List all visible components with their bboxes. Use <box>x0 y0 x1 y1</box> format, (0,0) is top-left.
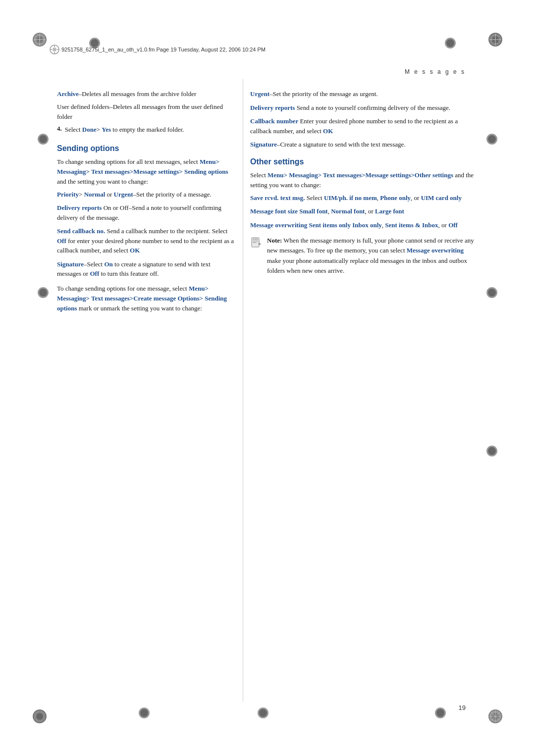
step-4-text: Select Done> Yes to empty the marked fol… <box>65 125 184 135</box>
step-4: 4. Select Done> Yes to empty the marked … <box>57 125 235 138</box>
overwriting-label: Message overwriting <box>250 221 307 229</box>
urgent-label: Urgent <box>250 90 269 98</box>
priority-urgent: Urgent <box>114 191 133 198</box>
setting-priority: Priority> Normal or Urgent–Set the prior… <box>57 190 235 200</box>
left-column: Archive–Deletes all messages from the ar… <box>57 79 235 702</box>
setting-urgent: Urgent–Set the priority of the message a… <box>250 89 478 99</box>
signature-label-left: Signature <box>57 260 84 268</box>
edge-decoration-top-right <box>445 38 456 49</box>
svg-rect-25 <box>253 242 257 243</box>
setting-signature: Signature–Select On to create a signatur… <box>57 259 235 279</box>
archive-block: Archive–Deletes all messages from the ar… <box>57 89 235 138</box>
edge-decoration-bottom-right <box>435 707 446 718</box>
signature-label-right: Signature <box>250 141 277 148</box>
callback-number-label: Callback number <box>250 117 298 125</box>
priority-normal: Normal <box>84 191 106 198</box>
page-number: 19 <box>459 704 466 711</box>
priority-label: Priority <box>57 191 79 198</box>
svg-point-9 <box>36 713 43 720</box>
svg-rect-23 <box>253 239 258 240</box>
step-number: 4. <box>57 125 62 138</box>
edge-decoration-right-bot <box>486 446 497 456</box>
note-content: Note: When the message memory is full, y… <box>267 236 478 276</box>
other-settings-intro: Select Menu> Messaging> Text messages>Me… <box>250 170 478 190</box>
main-content: Archive–Deletes all messages from the ar… <box>57 79 478 702</box>
filename-bar: 9251758_6275i_1_en_au_oth_v1.0.fm Page 1… <box>50 45 266 54</box>
note-box: Note: When the message memory is full, y… <box>250 236 478 276</box>
setting-send-callback: Send callback no. Send a callback number… <box>57 226 235 255</box>
archive-text: Archive–Deletes all messages from the ar… <box>57 89 235 99</box>
sending-options-heading: Sending options <box>57 144 235 153</box>
svg-point-17 <box>53 48 56 51</box>
user-defined-text: User defined folders–Deletes all message… <box>57 102 235 122</box>
edge-decoration-bottom-left <box>139 707 150 718</box>
filename-text: 9251758_6275i_1_en_au_oth_v1.0.fm Page 1… <box>61 47 266 52</box>
sending-options-intro: To change sending options for all text m… <box>57 157 235 187</box>
edge-decoration-left-mid <box>38 287 49 298</box>
setting-delivery-reports-right: Delivery reports Send a note to yourself… <box>250 103 478 113</box>
setting-overwriting: Message overwriting Sent items only Inbo… <box>250 220 478 230</box>
archive-label: Archive <box>57 90 79 98</box>
setting-font-size: Message font size Small font, Normal fon… <box>250 206 478 216</box>
delivery-reports-label-right: Delivery reports <box>250 104 295 111</box>
setting-delivery-reports: Delivery reports On or Off–Send a note t… <box>57 203 235 222</box>
right-column: Urgent–Set the priority of the message a… <box>250 79 478 702</box>
corner-decoration-tl <box>33 33 47 47</box>
message-options-intro: To change sending options for one messag… <box>57 284 235 313</box>
setting-callback-number: Callback number Enter your desired phone… <box>250 116 478 136</box>
send-callback-label: Send callback no. <box>57 227 105 235</box>
note-icon <box>250 237 262 251</box>
edge-decoration-left-top <box>38 134 49 145</box>
note-bold: Note: <box>267 237 282 244</box>
corner-decoration-br <box>488 709 502 723</box>
setting-signature-right: Signature–Create a signature to send wit… <box>250 140 478 150</box>
font-size-label: Message font size <box>250 207 298 215</box>
note-link: Message overwriting <box>407 247 464 254</box>
save-rcvd-label: Save rcvd. text msg. <box>250 194 305 202</box>
other-settings-heading: Other settings <box>250 157 478 166</box>
page-header-title: M e s s a g e s <box>405 68 466 75</box>
edge-decoration-bottom-center <box>258 707 268 718</box>
corner-decoration-bl <box>33 709 47 723</box>
edge-decoration-right-mid <box>486 287 497 298</box>
svg-rect-24 <box>253 241 258 242</box>
edge-decoration-right-top <box>486 134 497 145</box>
corner-decoration-tr <box>488 33 502 47</box>
setting-save-rcvd: Save rcvd. text msg. Select UIM/ph. if n… <box>250 193 478 203</box>
delivery-reports-label: Delivery reports <box>57 204 102 211</box>
